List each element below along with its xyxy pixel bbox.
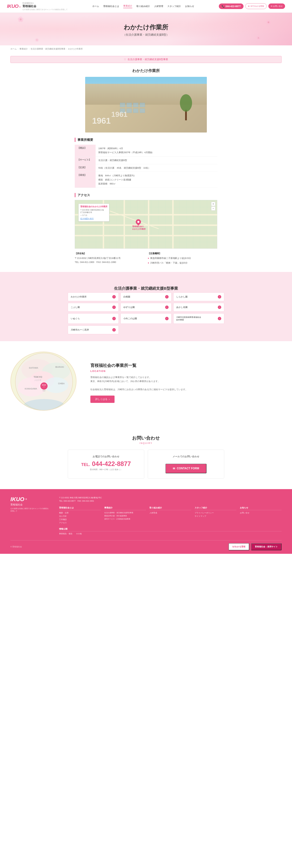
map-zoom-in[interactable]: + [211, 202, 215, 206]
location-section: TOKYO 八王子市 SAITAMA IBARAKI CHIBA KANAGAW… [0, 341, 292, 425]
breadcrumb-services[interactable]: 事業紹介 [20, 48, 28, 51]
svg-point-13 [40, 382, 48, 390]
footer-nav: 育桜福社会とは 概要・沿革 法人方針 工作施設 アクセス 事業紹介 生活介護事業… [59, 506, 282, 525]
facilities-grid: わかたけ作業所 i 白根園 i しらかし園 i こぶし園 i ゆずりは園 i あ… [68, 292, 224, 334]
facility-card-kawasaki-hokubu[interactable]: 川崎市北部身体障害者福祉会絵作事業 i [173, 313, 224, 324]
main-content: わかたけ作業所 1961 事業所概要 【開設】 1997年（昭和 [68, 68, 224, 265]
footer-nav-item[interactable]: 工作施設 [59, 518, 101, 521]
location-map-visual: TOKYO 八王子市 SAITAMA IBARAKI CHIBA KANAGAW… [10, 351, 80, 414]
nav-join[interactable]: 取り組み紹介 [136, 5, 150, 8]
nav-recruit[interactable]: 人材管理 [154, 5, 163, 8]
phone-inquiry-title: お電話でのお問い合わせ [75, 455, 137, 458]
footer-nav-col-services: 事業紹介 生活介護事業・就労継続支援B型事業 重度訪問介護・同行援護事業 居宅サ… [104, 506, 146, 525]
facility-card-akashi[interactable]: あかし名園 i [173, 303, 224, 312]
facility-card-kobushi[interactable]: こぶし園 i [68, 303, 119, 312]
footer-nav-col-activities: 取り組み紹介 人材育成 [150, 506, 191, 525]
mail-icon: ✉ [271, 5, 272, 7]
facility-info-icon: i [218, 295, 221, 299]
related-facilities-section: 生活介護事業・就労継続支援B型事業 わかたけ作業所 i 白根園 i しらかし園 … [0, 279, 292, 341]
svg-text:SAITAMA: SAITAMA [29, 367, 38, 369]
footer-nav-item[interactable]: 事業報告・報告 [59, 532, 72, 535]
svg-text:CHIBA: CHIBA [58, 382, 65, 385]
breadcrumb-category[interactable]: 生活介護事業・就労継続支援B型事業 [31, 48, 65, 51]
facility-card-inukura[interactable]: いぬくら i [68, 313, 119, 324]
tag-icon: ♡ [124, 58, 126, 61]
facility-info-icon: i [112, 295, 116, 299]
footer-logo: IKUO ® 育桜福社会 心の成長を自由に表現できるキャンパスの創造を目指して [10, 496, 49, 535]
footer-nav-item[interactable]: 概要・沿革 [59, 512, 101, 514]
facility-info-icon: i [218, 306, 221, 309]
phone-number: TEL. 044-422-8877 [75, 460, 137, 468]
nav-services[interactable]: 事業紹介 [123, 4, 132, 8]
footer-nav-item[interactable]: その他 [76, 532, 82, 535]
nav-staff[interactable]: スタッフ紹介 [167, 5, 181, 8]
nav-home[interactable]: ホーム [92, 5, 99, 8]
nav-about[interactable]: 育桜福社会とは [103, 5, 119, 8]
location-desc: 育桜福社会の施設および事業所を一覧で紹介しております。 東京、神奈川(川崎市内)… [90, 375, 282, 392]
nav-news[interactable]: お知らせ [185, 5, 194, 8]
tag-label: 生活介護事業・就労継続支援B型事業 [128, 58, 168, 61]
footer-top: IKUO ® 育桜福社会 心の成長を自由に表現できるキャンパスの創造を目指して … [10, 496, 282, 535]
footer-address: 〒213-0032 神奈川県川崎市高津区久地6番地2号C TEL: 044-42… [59, 496, 282, 503]
facility-info-icon: i [165, 317, 169, 320]
related-title: 生活介護事業・就労継続支援B型事業 [10, 286, 282, 291]
access-info: 【所在地】 〒213-0032 川崎市高津区久地2丁目18番11号TEL: 04… [75, 251, 217, 265]
table-row: 【環境】 敷地 644㎡（川崎市より無償貸与）構造 鉄筋コンクリート造3階建延床… [75, 172, 217, 188]
contact-form-button[interactable]: ✉ CONTACT FORM [165, 464, 206, 473]
footer-nav-item[interactable]: サイトマップ [195, 515, 236, 518]
guide-button[interactable]: 👁 10でわかる育桜 [245, 3, 267, 9]
breadcrumb: ホーム › 事業紹介 › 生活介護事業・就労継続支援B型事業 › わかたけ作業所 [0, 45, 292, 53]
breadcrumb-home[interactable]: ホーム [10, 48, 17, 51]
map-link[interactable]: 拡大地図を表示 [80, 217, 107, 220]
footer-nav-col-staff: スタッフ紹介 プライバシーポリシー サイトマップ [195, 506, 236, 525]
table-row: 【開設】 1997年（昭和56年）4月障害福祉サービス入事業2007年（平成19… [75, 145, 217, 156]
footer-org-name: 育桜福社会 [10, 503, 49, 506]
phone-button[interactable]: 📞 044-422-8877 [219, 3, 244, 9]
facility-card-shirakashi[interactable]: しらかし園 i [173, 292, 224, 301]
table-row: 【定員】 55名（生活介護 45名 就労継続支援B型 10名） [75, 164, 217, 172]
footer-bottom: © 育桜福社会 Iがわかる育桜 育桜福社会：採用サイト [10, 540, 282, 550]
copyright: © 育桜福社会 [10, 546, 22, 548]
footer-nav-item[interactable]: お問い合せ [240, 512, 282, 514]
logo-text: 社会福祉法人 育桜福社会 心の成長を自由に表現できるキャンパスの創造を目指して [23, 2, 68, 11]
location-info: 育桜福社会の事業所一覧 LOCATION 育桜福社会の施設および事業所を一覧で紹… [90, 363, 282, 403]
facility-card-kawasaki-work[interactable]: 川崎市わーく高津 i [68, 326, 119, 334]
inquiry-title: お問い合わせ [7, 435, 285, 441]
arrow-icon: › [109, 398, 110, 401]
access-section: アクセス 育桜福社会のわかたけ作業所 [75, 193, 217, 265]
svg-text:IKUO: IKUO [42, 384, 46, 386]
info-table: 【開設】 1997年（昭和56年）4月障害福祉サービス入事業2007年（平成19… [75, 145, 217, 188]
footer-buttons: Iがわかる育桜 育桜福社会：採用サイト [229, 543, 282, 550]
svg-text:IBARAKI: IBARAKI [55, 366, 64, 368]
facility-card-wakatake[interactable]: わかたけ作業所 i [68, 292, 119, 301]
facility-info-icon: i [165, 306, 169, 309]
footer-nav-item[interactable]: 生活介護事業・就労継続支援B型事業 [104, 512, 146, 514]
footer-nav-item[interactable]: アクセス [59, 522, 101, 524]
japan-regional-map: TOKYO 八王子市 SAITAMA IBARAKI CHIBA KANAGAW… [10, 351, 76, 411]
facility-card-komukai[interactable]: 小向このは園 i [121, 313, 171, 324]
footer-recruit-button[interactable]: 育桜福社会：採用サイト [251, 543, 282, 550]
site-footer: IKUO ® 育桜福社会 心の成長を自由に表現できるキャンパスの創造を目指して … [0, 489, 292, 554]
mail-inquiry-box: メールでのお問い合わせ ✉ CONTACT FORM [148, 450, 224, 479]
footer-guide-button[interactable]: Iがわかる育桜 [229, 543, 249, 550]
map-container: 育桜福社会のわかたけ作業所 育桜福社会のわかたけ作業所 〒213-0032 川崎… [75, 200, 217, 249]
breadcrumb-current: わかたけ作業所 [68, 48, 83, 51]
contact-header-button[interactable]: ✉ お問い合せ [268, 3, 285, 9]
facility-info-icon: i [112, 306, 116, 309]
footer-nav-item[interactable]: 居宅サービス・計画相談支援事業 [104, 518, 146, 520]
map-info-box: 育桜福社会のわかたけ作業所 〒213-0032 川崎市高津区久地2丁目18番11… [78, 204, 109, 221]
inquiry-subtitle: INQUIRY [7, 442, 285, 444]
footer-nav-item[interactable]: プライバシーポリシー [195, 512, 236, 514]
more-button[interactable]: 詳しくはる › [90, 396, 115, 403]
footer-nav-item[interactable]: 法人方針 [59, 515, 101, 518]
logo-container: IKUO ® 社会福祉法人 育桜福社会 心の成長を自由に表現できるキャンパスの創… [7, 2, 68, 11]
facility-card-shirane[interactable]: 白根園 i [121, 292, 171, 301]
facility-card-yuzuriha[interactable]: ゆずりは園 i [121, 303, 171, 312]
footer-nav-item[interactable]: 人材育成 [150, 512, 191, 514]
logo-ikuo: IKUO ® [7, 3, 21, 9]
map-zoom-out[interactable]: − [211, 207, 215, 211]
guide-icon: 👁 [248, 5, 250, 7]
footer-nav-item[interactable]: 重度訪問介護・同行援護事業 [104, 515, 146, 517]
facility-image: 1961 [85, 77, 207, 132]
footer-tagline: 心の成長を自由に表現できるキャンパスの創造を目指して [10, 507, 49, 512]
